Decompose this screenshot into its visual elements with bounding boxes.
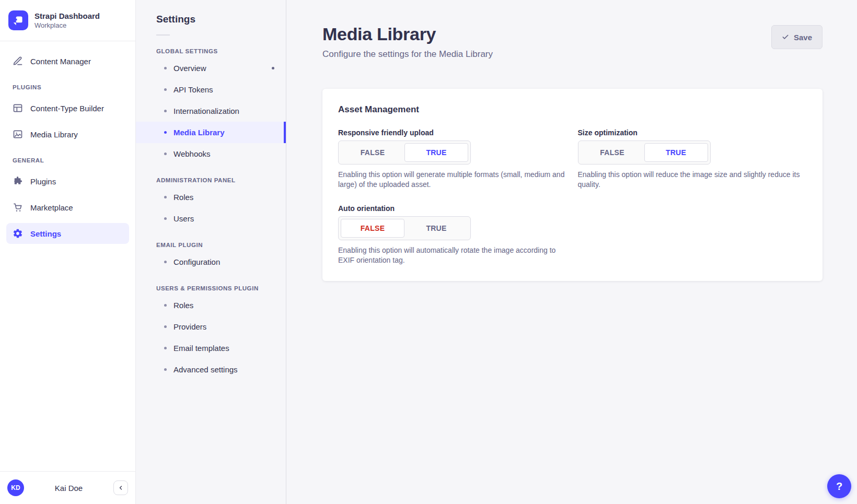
sidebar-item-label: Media Library bbox=[30, 130, 78, 139]
field-hint: Enabling this option will reduce the ima… bbox=[578, 170, 807, 190]
subnav-item-label: Email templates bbox=[173, 344, 229, 353]
sidebar-item-plugins[interactable]: Plugins bbox=[6, 171, 129, 192]
notification-dot-icon bbox=[272, 67, 274, 69]
subnav-item-label: Users bbox=[173, 214, 194, 223]
avatar[interactable]: KD bbox=[7, 479, 24, 496]
field-size-optimization: Size optimization FALSE TRUE Enabling th… bbox=[578, 128, 807, 190]
bullet-icon bbox=[164, 153, 167, 155]
page-subtitle: Configure the settings for the Media Lib… bbox=[322, 49, 493, 60]
subnav-item-label: Advanced settings bbox=[173, 365, 238, 374]
responsive-friendly-upload-toggle: FALSE TRUE bbox=[338, 140, 471, 165]
bullet-icon bbox=[164, 304, 167, 307]
subnav-item-providers[interactable]: Providers bbox=[136, 316, 286, 337]
sidebar-item-settings[interactable]: Settings bbox=[6, 223, 129, 244]
feather-pen-icon bbox=[13, 56, 23, 66]
field-responsive-friendly-upload: Responsive friendly upload FALSE TRUE En… bbox=[338, 128, 568, 190]
subnav-item-label: Overview bbox=[173, 64, 206, 73]
subnav-item-label: Webhooks bbox=[173, 149, 211, 158]
sidebar-item-media-library[interactable]: Media Library bbox=[6, 124, 129, 145]
sidebar-item-label: Marketplace bbox=[30, 203, 73, 212]
subnav-section-administration-panel: ADMINISTRATION PANEL bbox=[156, 177, 265, 183]
toggle-true-option[interactable]: TRUE bbox=[644, 143, 708, 162]
panel-title: Asset Management bbox=[338, 104, 807, 115]
toggle-false-option[interactable]: FALSE bbox=[341, 219, 404, 238]
chevron-left-icon bbox=[118, 485, 124, 491]
brand-subtitle: Workplace bbox=[34, 21, 100, 29]
subnav-section-users-permissions: USERS & PERMISSIONS PLUGIN bbox=[156, 285, 265, 291]
bullet-icon bbox=[164, 67, 167, 69]
field-label: Auto orientation bbox=[338, 204, 568, 213]
size-optimization-toggle: FALSE TRUE bbox=[578, 140, 711, 165]
subnav-item-label: Internationalization bbox=[173, 107, 239, 115]
subnav-item-internationalization[interactable]: Internationalization bbox=[136, 100, 286, 122]
settings-subnav: Settings GLOBAL SETTINGS Overview API To… bbox=[136, 0, 286, 504]
field-label: Size optimization bbox=[578, 128, 807, 137]
collapse-sidebar-button[interactable] bbox=[113, 480, 128, 495]
subnav-item-label: API Tokens bbox=[173, 85, 213, 94]
subnav-item-label: Media Library bbox=[173, 128, 225, 137]
subnav-item-label: Roles bbox=[173, 193, 193, 202]
page-title: Media Library bbox=[322, 24, 493, 44]
bullet-icon bbox=[164, 217, 167, 220]
subnav-title: Settings bbox=[156, 14, 286, 25]
help-button[interactable]: ? bbox=[827, 474, 851, 498]
main-sidebar: Strapi Dashboard Workplace Content Manag… bbox=[0, 0, 136, 504]
sidebar-section-general: GENERAL bbox=[13, 157, 129, 163]
bullet-icon bbox=[164, 368, 167, 371]
field-hint: Enabling this option will generate multi… bbox=[338, 170, 568, 190]
cart-icon bbox=[13, 202, 23, 213]
check-icon bbox=[782, 33, 789, 41]
toggle-false-option[interactable]: FALSE bbox=[341, 143, 404, 162]
save-button-label: Save bbox=[794, 33, 812, 42]
subnav-item-roles[interactable]: Roles bbox=[136, 186, 286, 208]
bullet-icon bbox=[164, 110, 167, 112]
sidebar-item-content-type-builder[interactable]: Content-Type Builder bbox=[6, 98, 129, 119]
field-hint: Enabling this option will automatically … bbox=[338, 245, 568, 265]
puzzle-icon bbox=[13, 176, 23, 186]
auto-orientation-toggle: FALSE TRUE bbox=[338, 216, 471, 240]
user-name: Kai Doe bbox=[29, 484, 108, 493]
sidebar-item-content-manager[interactable]: Content Manager bbox=[6, 51, 129, 72]
subnav-item-api-tokens[interactable]: API Tokens bbox=[136, 79, 286, 100]
sidebar-item-marketplace[interactable]: Marketplace bbox=[6, 197, 129, 218]
brand-title: Strapi Dashboard bbox=[34, 11, 100, 20]
bullet-icon bbox=[164, 325, 167, 328]
image-icon bbox=[13, 129, 23, 139]
save-button[interactable]: Save bbox=[771, 25, 823, 49]
subnav-item-email-templates[interactable]: Email templates bbox=[136, 337, 286, 359]
subnav-item-advanced-settings[interactable]: Advanced settings bbox=[136, 359, 286, 380]
asset-management-panel: Asset Management Responsive friendly upl… bbox=[322, 89, 823, 281]
subnav-item-configuration[interactable]: Configuration bbox=[136, 251, 286, 273]
subnav-item-label: Providers bbox=[173, 322, 206, 331]
divider bbox=[156, 34, 170, 36]
subnav-item-overview[interactable]: Overview bbox=[136, 57, 286, 79]
sidebar-item-label: Plugins bbox=[30, 177, 56, 186]
bullet-icon bbox=[164, 131, 167, 134]
field-auto-orientation: Auto orientation FALSE TRUE Enabling thi… bbox=[338, 204, 568, 265]
main-content: Media Library Configure the settings for… bbox=[286, 0, 857, 504]
toggle-true-option[interactable]: TRUE bbox=[404, 219, 468, 238]
subnav-item-media-library[interactable]: Media Library bbox=[136, 122, 286, 143]
sidebar-item-label: Content Manager bbox=[30, 57, 91, 66]
bullet-icon bbox=[164, 88, 167, 91]
gear-icon bbox=[13, 228, 23, 239]
subnav-item-up-roles[interactable]: Roles bbox=[136, 295, 286, 316]
subnav-item-webhooks[interactable]: Webhooks bbox=[136, 143, 286, 165]
layout-icon bbox=[13, 103, 23, 113]
subnav-section-email-plugin: EMAIL PLUGIN bbox=[156, 242, 265, 248]
brand[interactable]: Strapi Dashboard Workplace bbox=[0, 0, 135, 41]
bullet-icon bbox=[164, 261, 167, 263]
bullet-icon bbox=[164, 196, 167, 198]
toggle-true-option[interactable]: TRUE bbox=[404, 143, 468, 162]
toggle-false-option[interactable]: FALSE bbox=[581, 143, 644, 162]
field-label: Responsive friendly upload bbox=[338, 128, 568, 137]
subnav-section-global-settings: GLOBAL SETTINGS bbox=[156, 48, 265, 54]
subnav-item-users[interactable]: Users bbox=[136, 208, 286, 229]
strapi-logo-icon bbox=[8, 10, 28, 30]
sidebar-item-label: Content-Type Builder bbox=[30, 104, 104, 113]
sidebar-section-plugins: PLUGINS bbox=[13, 84, 129, 90]
bullet-icon bbox=[164, 347, 167, 349]
subnav-item-label: Roles bbox=[173, 301, 193, 310]
sidebar-item-label: Settings bbox=[30, 229, 61, 238]
subnav-item-label: Configuration bbox=[173, 257, 220, 266]
